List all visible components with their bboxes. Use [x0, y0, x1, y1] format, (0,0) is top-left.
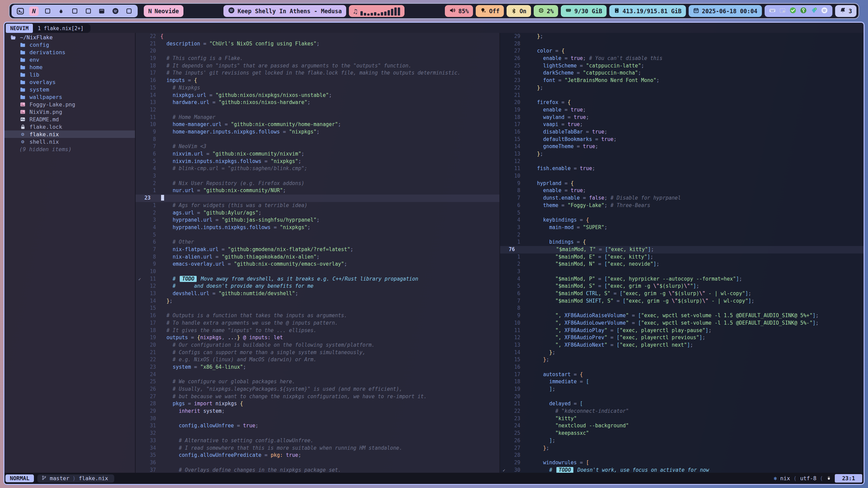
code-line[interactable]: 24 "nextcloud --background" [500, 422, 864, 430]
code-line[interactable]: 27 # but because we want to change the n… [136, 393, 499, 401]
workspace-2-active[interactable]: N [29, 6, 39, 16]
code-line[interactable]: ✓11 # TODO Move away from devshell, as i… [136, 276, 499, 283]
system-tray[interactable] [765, 5, 832, 17]
window-icon[interactable] [779, 7, 786, 15]
clock-module[interactable]: 2025-06-18 00:04 [689, 5, 762, 17]
code-line[interactable]: 5 nixvim.inputs.nixpkgs.follows = "nixpk… [136, 158, 499, 165]
code-line[interactable]: 10 ", XF86AudioLowerVolume" = ["exec, wp… [500, 320, 864, 327]
code-line[interactable]: 26 ]; [500, 437, 864, 445]
code-line[interactable]: 16 disableTabBar = true; [500, 128, 864, 136]
code-line[interactable]: 11 # Home Manager [136, 114, 499, 121]
code-line[interactable]: 5 "$mainMod, S" = ["exec, grim -g \"$(sl… [500, 283, 864, 290]
bluetooth-module[interactable]: On [507, 5, 531, 17]
code-line[interactable]: 3 [500, 268, 864, 276]
code-line[interactable]: 23 "kitty" [500, 415, 864, 423]
spotify-tray-icon[interactable] [821, 7, 828, 15]
code-line[interactable]: 23 font = "JetBrainsMono Nerd Font Mono"… [500, 77, 864, 84]
code-line[interactable]: 28 pkgs = import nixpkgs { [136, 400, 499, 408]
code-line[interactable]: 9 emacs-overlay.url = "github:nix-commun… [136, 261, 499, 268]
code-line[interactable]: 22{ [136, 33, 499, 40]
code-line[interactable]: 15 defaultBookmarks = true; [500, 136, 864, 143]
tree-item-overlays[interactable]: overlays [4, 78, 135, 86]
tree-item-nixflake[interactable]: ~/NixFlake [4, 34, 135, 41]
code-line[interactable]: 26 # Usually, "nixpkgs.legacyPackages.${… [136, 386, 499, 393]
code-line[interactable]: 25 "keepassxc" [500, 430, 864, 437]
code-line[interactable]: 24 darkScheme = "catppuccin-mocha"; [500, 69, 864, 77]
code-line[interactable]: 23 [136, 195, 499, 202]
code-line[interactable]: 14 gnomeTheme = true; [500, 143, 864, 150]
code-line[interactable]: 4 keybindings = { [500, 217, 864, 224]
tree-item-home[interactable]: home [4, 63, 135, 71]
code-line[interactable]: 9 home-manager.inputs.nixpkgs.follows = … [136, 128, 499, 136]
code-line[interactable]: 13 ", XF86AudioNext" = ["exec, playerctl… [500, 342, 864, 349]
code-line[interactable]: 14 }; [136, 298, 499, 305]
tree-item-flake.lock[interactable]: flake.lock [4, 123, 135, 130]
editor-pane-right[interactable]: 29 };2827 color = {26 enable = true; # Y… [500, 33, 864, 473]
code-line[interactable]: 7 # NeoVim <3 [136, 143, 499, 150]
workspace-7[interactable] [97, 6, 106, 16]
code-line[interactable]: 27 color = { [500, 47, 864, 55]
code-line[interactable]: 18 wayland = true; [500, 114, 864, 121]
tree-item-readme.md[interactable]: README.md [4, 116, 135, 123]
code-line[interactable]: 8 [500, 305, 864, 312]
editor-pane-left[interactable]: 22{21 description = "ChUrl's NixOS confi… [135, 33, 500, 473]
code-line[interactable]: 32 [136, 430, 499, 437]
workspaces[interactable]: N [12, 5, 138, 17]
code-line[interactable]: 7 dunst.enable = false; # Disable for hy… [500, 195, 864, 202]
tree-item-flake.nix[interactable]: ⚙flake.nix [4, 130, 135, 138]
code-line[interactable]: 17 # To handle extra arguments we use th… [136, 320, 499, 327]
code-line[interactable]: 19 # This config is a Flake. [136, 55, 499, 62]
code-line[interactable]: ✓30 # TODO Doesn't work, use focus_on_ac… [500, 467, 864, 473]
code-line[interactable]: 16 # Outputs is a function that takes th… [136, 312, 499, 320]
notifications-module[interactable]: 3 [835, 5, 856, 17]
code-line[interactable]: 37 # Overlays define changes in the nixp… [136, 467, 499, 473]
code-line[interactable]: 5 [500, 209, 864, 217]
code-line[interactable]: 15 # Nixpkgs [136, 84, 499, 92]
keyboard-icon[interactable] [769, 7, 776, 15]
workspace-9[interactable] [124, 6, 134, 16]
code-line[interactable]: 20 # Our configuration is buildable on t… [136, 342, 499, 349]
tree-item-env[interactable]: env [4, 56, 135, 63]
workspace-6[interactable] [83, 6, 93, 16]
code-line[interactable]: 20 firefox = { [500, 99, 864, 106]
code-line[interactable]: 12 [136, 106, 499, 114]
code-line[interactable]: 16 [500, 364, 864, 371]
code-line[interactable]: 7 "$mainMod SHIFT, S" = ["exec, grim -g … [500, 298, 864, 305]
code-line[interactable]: 16 inputs = { [136, 77, 499, 84]
code-line[interactable]: 21 # Configs can support more than a sin… [136, 349, 499, 357]
code-line[interactable]: 6 nixvim.url = "github:nix-community/nix… [136, 150, 499, 158]
code-line[interactable]: 19 enable = true; [500, 106, 864, 114]
code-line[interactable]: 3 hyprpanel.url = "github:jas-singhfsu/h… [136, 217, 499, 224]
code-line[interactable]: 10 [136, 268, 499, 276]
kdeconnect-icon[interactable] [810, 7, 817, 15]
code-line[interactable]: 25 # We configure our global packages he… [136, 378, 499, 386]
code-line[interactable]: 31 config.allowUnfree = true; [136, 422, 499, 430]
tree-item-foggy-lake.png[interactable]: Foggy-Lake.png [4, 101, 135, 108]
code-line[interactable]: 4 "$mainMod, P" = ["exec, hyprpicker --a… [500, 276, 864, 283]
git-segment[interactable]: master ) flake.nix [37, 474, 114, 483]
code-line[interactable]: 34 # I read somewhere that this is more … [136, 445, 499, 452]
code-line[interactable]: 17 autostart = { [500, 371, 864, 379]
code-line[interactable]: 1 "$mainMod, E" = ["exec, kitty"]; [500, 253, 864, 261]
code-line[interactable]: 11 fish.enable = true; [500, 165, 864, 172]
code-line[interactable]: 36 [136, 459, 499, 467]
code-line[interactable]: 26 enable = true; # You can't disable th… [500, 55, 864, 62]
media-module[interactable]: Keep Shelly In Athens - Medusa [223, 5, 346, 17]
code-line[interactable]: 20 [136, 47, 499, 55]
workspace-3[interactable] [43, 6, 52, 16]
code-line[interactable]: 9 hyprland = { [500, 180, 864, 187]
code-line[interactable]: 35 config.allowUnfreePredicate = pkg: tr… [136, 452, 499, 459]
code-line[interactable]: 12 [500, 158, 864, 165]
code-line[interactable]: 18 # It gives the name "inputs" to the .… [136, 327, 499, 334]
code-line[interactable]: 10 home-manager.url = "github:nix-commun… [136, 121, 499, 128]
code-line[interactable]: 9 ", XF86AudioRaiseVolume" = ["exec, wpc… [500, 312, 864, 320]
code-line[interactable]: 2 "$mainMod, N" = ["exec, neovide"]; [500, 261, 864, 268]
code-line[interactable]: 15 }; [500, 356, 864, 364]
code-line[interactable]: 19 ]; [500, 386, 864, 393]
code-line[interactable]: 29 inherit system; [136, 408, 499, 415]
code-line[interactable]: 14 nixpkgs.url = "github:nixos/nixpkgs/n… [136, 92, 499, 99]
tree-item-lib[interactable]: lib [4, 71, 135, 78]
code-line[interactable]: 10 [500, 172, 864, 180]
code-line[interactable]: 18 # It depends on "inputs" that are pas… [136, 62, 499, 70]
workspace-1[interactable] [16, 6, 25, 16]
